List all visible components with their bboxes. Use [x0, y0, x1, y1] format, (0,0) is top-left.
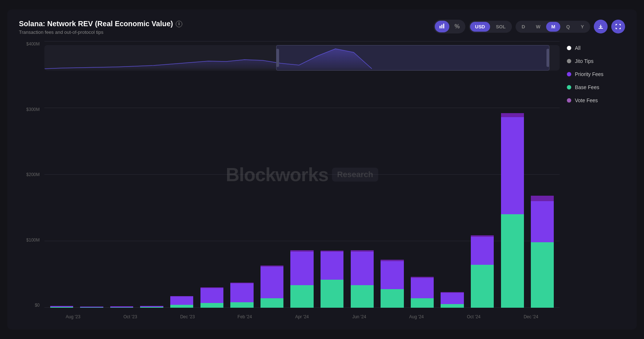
bar-group[interactable]: [349, 41, 376, 308]
legend-label-vote: Vote Fees: [575, 97, 598, 103]
x-label-wrapper: Jun '24: [331, 314, 388, 319]
bar-group[interactable]: [78, 41, 106, 308]
title-row: Solana: Network REV (Real Economic Value…: [19, 20, 182, 28]
minimap-selection[interactable]: [276, 45, 549, 71]
y-label-0: $0: [19, 303, 43, 308]
bar-priority: [230, 283, 253, 302]
bar-group[interactable]: [138, 41, 166, 308]
legend-item-jito[interactable]: Jito Tips: [567, 58, 625, 64]
minimap[interactable]: [44, 45, 560, 71]
bar-group[interactable]: [228, 41, 256, 308]
y-axis-labels: $400M $300M $200M $100M $0: [19, 41, 43, 308]
svg-rect-2: [443, 24, 444, 28]
legend: All Jito Tips Priority Fees Base Fees Vo…: [567, 41, 625, 322]
export-btn[interactable]: [594, 20, 608, 33]
bar-priority: [441, 293, 464, 304]
legend-label-jito: Jito Tips: [575, 58, 593, 64]
bar-group[interactable]: [258, 41, 286, 308]
bar-priority: [290, 252, 313, 286]
legend-label-base: Base Fees: [575, 84, 599, 90]
period-q-btn[interactable]: Q: [561, 22, 575, 32]
period-d-btn[interactable]: D: [517, 22, 530, 32]
chart-container: Solana: Network REV (Real Economic Value…: [7, 9, 637, 330]
bar-group[interactable]: [198, 41, 226, 308]
bar-priority: [321, 252, 343, 280]
period-group: D W M Q Y: [516, 21, 590, 33]
y-label-200m: $200M: [19, 172, 43, 177]
legend-dot-jito: [567, 59, 571, 63]
legend-item-priority[interactable]: Priority Fees: [567, 71, 625, 77]
bar-group[interactable]: [48, 41, 75, 308]
info-icon[interactable]: ℹ: [176, 21, 182, 27]
bar-base: [351, 285, 374, 308]
legend-item-vote[interactable]: Vote Fees: [567, 97, 625, 103]
bar-group[interactable]: [529, 41, 556, 308]
legend-item-all[interactable]: All: [567, 45, 625, 51]
bar-group[interactable]: [499, 41, 526, 308]
y-label-100m: $100M: [19, 238, 43, 243]
sol-btn[interactable]: SOL: [491, 22, 511, 32]
controls-bar: % USD SOL D W M Q Y: [434, 20, 625, 33]
bar-group[interactable]: [409, 41, 436, 308]
title-section: Solana: Network REV (Real Economic Value…: [19, 20, 182, 35]
bar-base: [170, 305, 193, 308]
bar-priority: [351, 252, 374, 286]
bar-group[interactable]: [108, 41, 135, 308]
svg-rect-0: [440, 26, 441, 28]
x-label-wrapper: Apr '24: [273, 314, 330, 319]
bar-chart-btn[interactable]: [435, 21, 449, 32]
x-label-wrapper: Oct '23: [102, 314, 159, 319]
period-m-btn[interactable]: M: [546, 22, 560, 32]
bar-group[interactable]: [289, 41, 316, 308]
x-axis-label: Dec '24: [524, 314, 538, 319]
x-axis-label: Aug '24: [409, 314, 424, 319]
x-axis-label: Dec '23: [180, 314, 195, 319]
bar-base: [261, 298, 283, 308]
minimap-handle-right[interactable]: [546, 49, 549, 67]
chart-area: $400M $300M $200M $100M $0 Blockwor: [19, 41, 560, 322]
bar-priority: [381, 261, 404, 289]
bar-priority: [531, 201, 554, 242]
bar-group[interactable]: [439, 41, 466, 308]
legend-item-base[interactable]: Base Fees: [567, 84, 625, 90]
bar-vote: [531, 196, 554, 201]
x-label-wrapper: Dec '24: [502, 314, 560, 319]
chart-subtitle: Transaction fees and out-of-protocol tip…: [19, 29, 182, 35]
x-label-wrapper: Aug '24: [388, 314, 445, 319]
bar-priority: [200, 288, 223, 303]
chart-body: $400M $300M $200M $100M $0 Blockwor: [19, 41, 625, 322]
period-w-btn[interactable]: W: [531, 22, 545, 32]
bar-group[interactable]: [379, 41, 406, 308]
chart-header: Solana: Network REV (Real Economic Value…: [19, 20, 625, 35]
legend-label-all: All: [575, 45, 581, 51]
y-label-300m: $300M: [19, 107, 43, 112]
legend-dot-vote: [567, 98, 571, 103]
x-label-wrapper: Dec '23: [159, 314, 216, 319]
bar-base: [471, 265, 494, 308]
bar-base: [411, 298, 434, 308]
legend-dot-all: [567, 46, 571, 50]
legend-label-priority: Priority Fees: [575, 71, 604, 77]
chart-type-group: %: [434, 20, 465, 33]
bar-base: [290, 285, 313, 308]
bar-base: [321, 280, 343, 308]
bars-container: [44, 41, 560, 308]
bar-group[interactable]: [469, 41, 496, 308]
bar-base: [381, 289, 404, 308]
period-y-btn[interactable]: Y: [576, 22, 589, 32]
svg-rect-1: [441, 25, 442, 28]
y-label-400m: $400M: [19, 41, 43, 47]
bar-group[interactable]: [168, 41, 195, 308]
bar-priority: [170, 296, 193, 305]
x-axis-label: Oct '23: [123, 314, 137, 319]
bar-priority: [471, 237, 494, 265]
x-axis-label: Feb '24: [238, 314, 252, 319]
minimap-handle-left[interactable]: [276, 49, 279, 67]
fullscreen-btn[interactable]: [611, 20, 625, 33]
usd-btn[interactable]: USD: [470, 22, 490, 32]
bar-priority: [501, 117, 524, 214]
bar-group[interactable]: [318, 41, 346, 308]
bar-priority: [261, 267, 283, 298]
pct-chart-btn[interactable]: %: [450, 21, 464, 32]
legend-dot-priority: [567, 72, 571, 76]
